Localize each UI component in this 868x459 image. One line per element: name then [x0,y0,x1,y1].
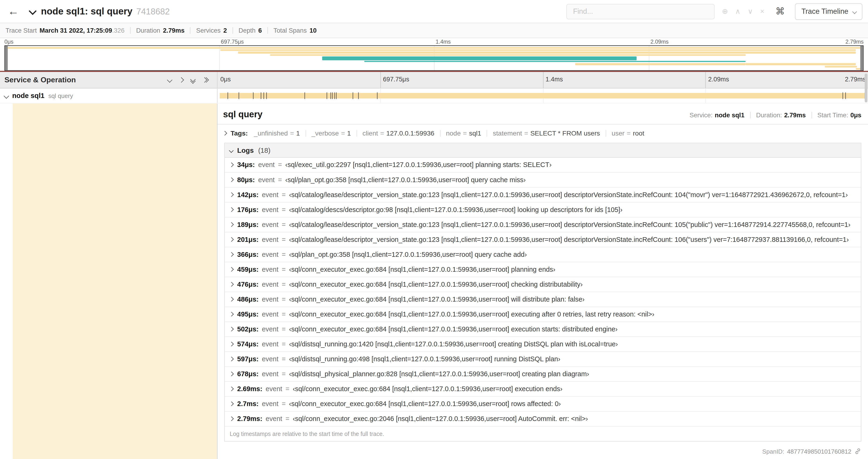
span-row[interactable]: node sql1 sql query [0,89,868,104]
tag-value: root [633,129,644,137]
log-row[interactable]: 502μs:event=‹sql/conn_executor_exec.go:6… [225,322,861,337]
collapse-all-icon[interactable] [191,77,195,83]
log-equals: = [282,281,286,288]
log-marker-tick [843,92,843,99]
log-equals: = [282,296,286,303]
keyboard-shortcuts-button[interactable]: ⌘ [773,6,787,17]
minimap-range-selector[interactable] [4,45,864,71]
summary-label: Services [196,27,221,34]
log-field-key: event [262,191,279,198]
log-row[interactable]: 495μs:event=‹sql/conn_executor_exec.go:6… [225,307,861,322]
log-field-key: event [262,400,278,408]
span-detail-title: sql query [223,110,262,120]
summary-item: Duration2.79ms [136,27,185,34]
log-row[interactable]: 2.7ms:event=‹sql/conn_executor_exec.go:6… [225,397,861,412]
ruler-tick-label: 2.79ms [845,76,866,82]
zoom-in-icon[interactable]: ⊕ [722,8,728,15]
tag[interactable]: node=sql1 [446,129,481,137]
collapse-one-icon[interactable] [168,78,172,82]
log-row[interactable]: 2.69ms:event=‹sql/conn_executor_exec.go:… [225,382,861,397]
log-row[interactable]: 201μs:event=‹sql/catalog/lease/descripto… [225,232,861,247]
tag[interactable]: _unfinished=1 [254,129,300,137]
log-expand-icon [230,178,233,182]
tag-key: _verbose [311,129,339,137]
tag-equals: = [339,129,347,137]
clear-find-icon[interactable]: × [760,8,765,15]
trace-view-dropdown[interactable]: Trace Timeline [795,3,862,20]
log-expand-icon [230,223,233,226]
summary-label: Depth [239,27,255,34]
log-row[interactable]: 142μs:event=‹sql/catalog/lease/descripto… [225,188,861,202]
log-field-key: event [258,161,275,169]
log-timestamp: 201μs: [237,236,259,243]
span-detail-footer: SpanID: 4877749850101760812 [217,444,868,459]
span-detail-header: sql query Service:node sql1Duration:2.79… [217,104,868,125]
tag-separator [487,130,487,137]
logs-count: (18) [258,146,271,154]
log-timestamp: 80μs: [237,176,255,184]
log-row[interactable]: 366μs:event=‹sql/plan_opt.go:358 [nsql1,… [225,247,861,262]
tags-expand-icon[interactable] [223,132,226,135]
tag[interactable]: client=127.0.0.1:59936 [362,129,434,137]
scrollbar-thumb[interactable] [865,74,868,102]
tag-value: 127.0.0.1:59936 [386,129,434,137]
log-row[interactable]: 486μs:event=‹sql/conn_executor_exec.go:6… [225,292,861,307]
span-row-track[interactable] [217,89,868,103]
deep-link-icon[interactable] [854,448,862,455]
minimap-canvas[interactable] [4,45,864,71]
meta-item: Duration:2.79ms [756,112,806,118]
span-children-chevron-icon[interactable] [4,94,8,98]
log-expand-icon [230,417,233,420]
log-expand-icon [230,193,233,196]
log-timestamp: 176μs: [237,206,259,214]
summary-item: Services2 [196,27,227,34]
log-row[interactable]: 2.79ms:event=‹sql/conn_executor_exec.go:… [225,412,861,427]
log-row[interactable]: 678μs:event=‹sql/distsql_physical_planne… [225,367,861,382]
log-row[interactable]: 189μs:event=‹sql/catalog/lease/descripto… [225,217,861,232]
tag-equals: = [522,129,530,137]
summary-value-fraction: .326 [112,27,124,34]
summary-label: Duration [136,27,160,34]
span-service-name: node sql1 [12,92,44,100]
log-marker-tick [253,92,253,99]
collapse-title-chevron-icon[interactable] [30,10,35,14]
logs-collapse-icon[interactable] [230,149,233,152]
expand-one-icon[interactable] [180,78,183,82]
back-button[interactable]: ← [4,3,22,20]
log-equals: = [282,310,286,318]
log-row[interactable]: 459μs:event=‹sql/conn_executor_exec.go:6… [225,262,861,277]
log-field-value: ‹sql/catalog/lease/descriptor_version_st… [289,191,848,198]
log-field-value: ‹sql/conn_executor_exec.go:684 [nsql1,cl… [293,385,563,393]
log-timestamp: 597μs: [237,355,259,363]
span-duration-bar[interactable] [220,93,866,99]
log-timestamp: 2.69ms: [237,385,262,393]
next-result-icon[interactable]: ∨ [748,8,753,15]
tag[interactable]: _verbose=1 [311,129,351,137]
log-row[interactable]: 80μs:event=‹sql/plan_opt.go:358 [nsql1,c… [225,173,861,188]
log-field-key: event [262,355,279,363]
tag[interactable]: user=root [612,129,644,137]
range-handle-right[interactable] [860,46,863,70]
log-field-value: ‹sql/catalog/lease/descriptor_version_st… [289,236,849,243]
log-field-value: ‹sql/catalog/lease/descriptor_version_st… [289,221,850,229]
log-equals: = [282,206,286,214]
span-row-name-cell[interactable]: node sql1 sql query [0,89,217,103]
log-row[interactable]: 476μs:event=‹sql/conn_executor_exec.go:6… [225,277,861,292]
span-tags-row[interactable]: Tags: _unfinished=1_verbose=1client=127.… [217,125,868,142]
log-field-key: event [262,340,279,348]
log-row[interactable]: 34μs:event=‹sql/exec_util.go:2297 [nsql1… [225,158,861,173]
range-handle-left[interactable] [5,46,8,70]
log-row[interactable]: 597μs:event=‹sql/distsql_running.go:498 … [225,352,861,367]
log-field-key: event [262,236,279,243]
expand-all-icon[interactable] [203,78,208,82]
log-row[interactable]: 574μs:event=‹sql/distsql_running.go:1420… [225,337,861,352]
tag-value: 1 [296,129,300,137]
logs-header[interactable]: Logs (18) [225,143,861,158]
log-marker-tick [358,92,359,99]
ruler-tick-label: 0μs [220,76,231,82]
log-row[interactable]: 176μs:event=‹sql/catalog/descs/descripto… [225,202,861,217]
log-expand-icon [230,238,233,241]
find-input[interactable] [566,3,715,19]
prev-result-icon[interactable]: ∧ [735,8,741,15]
tag[interactable]: statement=SELECT * FROM users [493,129,600,137]
